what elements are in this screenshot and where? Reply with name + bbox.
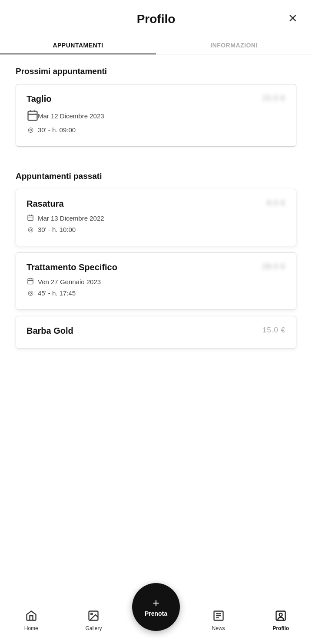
card-price-3: 15.0 € <box>262 326 285 335</box>
tab-appuntamenti[interactable]: APPUNTAMENTI <box>0 35 156 54</box>
calendar-icon-1 <box>27 214 34 222</box>
card-top-row-2: Trattamento Specifico 28.0 € <box>27 262 285 272</box>
tab-informazioni[interactable]: INFORMAZIONI <box>156 35 312 54</box>
nav-item-home[interactable]: Home <box>0 610 63 631</box>
price-value-1: 8.0 € <box>267 199 285 208</box>
service-name-3: Barba Gold <box>27 326 73 336</box>
upcoming-section-title: Prossimi appuntamenti <box>16 67 296 76</box>
svg-rect-4 <box>28 215 33 221</box>
time-text-2: 45' - h. 17:45 <box>38 289 76 297</box>
card-date-2: Ven 27 Gennaio 2023 <box>27 278 285 286</box>
calendar-icon <box>27 109 34 123</box>
svg-point-13 <box>91 613 93 615</box>
card-top-row: Taglio 15.0 € <box>27 94 285 104</box>
past-appointment-card-3[interactable]: Barba Gold 15.0 € <box>16 316 296 349</box>
past-appointment-card-1[interactable]: Rasatura 8.0 € Mar 13 Dicembre 2022 ◎ 30… <box>16 189 296 246</box>
nav-label-home: Home <box>24 625 38 631</box>
time-text: 30' - h. 09:00 <box>38 126 76 134</box>
price-value-2: 28.0 € <box>262 262 285 271</box>
upcoming-appointment-card[interactable]: Taglio 15.0 € Mar 12 Dicembre 2023 ◎ 30'… <box>16 84 296 147</box>
profilo-icon <box>275 610 287 624</box>
card-time: ◎ 30' - h. 09:00 <box>27 126 285 134</box>
date-text-1: Mar 13 Dicembre 2022 <box>38 215 104 222</box>
past-appointment-card-2[interactable]: Trattamento Specifico 28.0 € Ven 27 Genn… <box>16 252 296 310</box>
service-name-2: Trattamento Specifico <box>27 262 117 272</box>
clock-icon-1: ◎ <box>27 225 34 233</box>
section-divider <box>16 159 296 159</box>
card-date-1: Mar 13 Dicembre 2022 <box>27 214 285 222</box>
card-top-row-1: Rasatura 8.0 € <box>27 199 285 209</box>
time-text-1: 30' - h. 10:00 <box>38 226 76 233</box>
svg-rect-8 <box>28 279 33 284</box>
price-value: 15.0 € <box>262 94 285 103</box>
calendar-icon-2 <box>27 278 34 286</box>
nav-item-gallery[interactable]: Gallery <box>63 610 125 631</box>
fab-label: Prenota <box>145 610 167 617</box>
card-time-1: ◎ 30' - h. 10:00 <box>27 225 285 233</box>
nav-label-profilo: Profilo <box>272 625 289 631</box>
tabs-bar: APPUNTAMENTI INFORMAZIONI <box>0 35 312 54</box>
page-title: Profilo <box>137 12 176 26</box>
main-content: Prossimi appuntamenti Taglio 15.0 € Mar … <box>0 54 312 401</box>
date-text: Mar 12 Dicembre 2023 <box>38 112 104 120</box>
svg-point-19 <box>279 613 282 616</box>
card-date: Mar 12 Dicembre 2023 <box>27 109 285 123</box>
service-name-1: Rasatura <box>27 199 64 209</box>
date-text-2: Ven 27 Gennaio 2023 <box>38 278 101 285</box>
nav-label-news: News <box>212 625 225 631</box>
nav-label-gallery: Gallery <box>85 625 102 631</box>
home-icon <box>25 610 37 624</box>
card-price-2: 28.0 € <box>262 262 285 271</box>
prenota-fab-button[interactable]: + Prenota <box>132 583 180 631</box>
clock-icon: ◎ <box>27 126 34 134</box>
header: Profilo ✕ <box>0 0 312 35</box>
nav-item-news[interactable]: News <box>187 610 250 631</box>
clock-icon-2: ◎ <box>27 289 34 297</box>
news-icon <box>212 610 225 624</box>
card-time-2: ◎ 45' - h. 17:45 <box>27 289 285 297</box>
service-name: Taglio <box>27 94 51 104</box>
card-price-1: 8.0 € <box>267 199 285 208</box>
close-button[interactable]: ✕ <box>284 10 302 27</box>
gallery-icon <box>87 610 100 624</box>
fab-plus-icon: + <box>153 597 159 609</box>
card-top-row-3: Barba Gold 15.0 € <box>27 326 285 336</box>
past-section-title: Appuntamenti passati <box>16 171 296 181</box>
card-price: 15.0 € <box>262 94 285 103</box>
svg-rect-0 <box>28 111 37 121</box>
nav-item-profilo[interactable]: Profilo <box>249 610 312 631</box>
